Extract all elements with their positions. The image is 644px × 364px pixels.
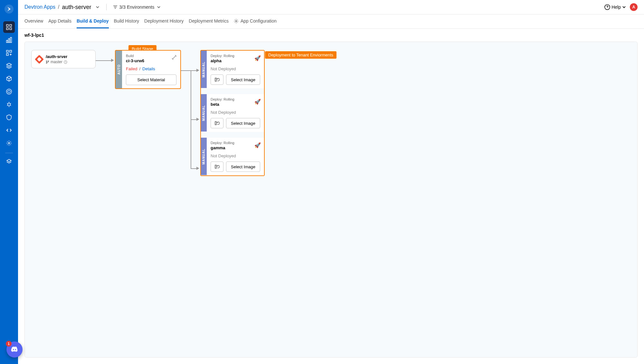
cd-pipeline-card-alpha: MANUAL 🚀 Deploy: Rolling alpha Not Deplo… bbox=[201, 51, 264, 88]
deploy-status: Not Deployed bbox=[211, 66, 260, 71]
rocket-icon: 🚀 bbox=[254, 142, 261, 148]
source-material-card[interactable]: /auth-srver master bbox=[31, 50, 96, 68]
select-image-button[interactable]: Select Image bbox=[226, 74, 260, 85]
svg-rect-6 bbox=[8, 39, 10, 43]
filter-icon bbox=[113, 5, 118, 9]
select-image-button[interactable]: Select Image bbox=[226, 118, 260, 128]
env-name-alpha: alpha bbox=[211, 58, 260, 63]
rollback-button[interactable] bbox=[211, 162, 223, 172]
cd-pipeline-card-gamma: MANUAL 🚀 Deploy: Rolling gamma Not Deplo… bbox=[201, 138, 264, 175]
tab-deployment-metrics[interactable]: Deployment Metrics bbox=[189, 15, 229, 28]
build-tool-icon bbox=[171, 54, 177, 60]
chevron-down-icon bbox=[622, 5, 626, 9]
tab-app-details[interactable]: App Details bbox=[48, 15, 71, 28]
rollback-button[interactable] bbox=[211, 118, 223, 128]
breadcrumb-root[interactable]: Devtron Apps bbox=[24, 4, 55, 10]
workflow-name: wf-3-lpc1 bbox=[18, 29, 644, 42]
nav-layers-icon[interactable] bbox=[3, 156, 15, 167]
svg-rect-1 bbox=[6, 25, 8, 26]
rollback-icon bbox=[214, 164, 220, 169]
breadcrumb-current: auth-server bbox=[62, 4, 91, 11]
svg-rect-5 bbox=[6, 40, 8, 43]
discord-fab[interactable]: 1 bbox=[6, 341, 23, 358]
svg-rect-2 bbox=[10, 25, 12, 26]
env-name-gamma: gamma bbox=[211, 145, 260, 150]
nav-applications-icon[interactable] bbox=[3, 21, 15, 33]
arrow-head-icon bbox=[196, 69, 199, 72]
nav-cube-icon[interactable] bbox=[3, 73, 15, 84]
svg-point-14 bbox=[8, 143, 10, 144]
rollback-button[interactable] bbox=[211, 74, 223, 85]
connector-line bbox=[191, 119, 197, 120]
cd-pipeline-card-beta: MANUAL 🚀 Deploy: Rolling beta Not Deploy… bbox=[201, 94, 264, 132]
ci-label: Build bbox=[126, 54, 176, 58]
ci-details-link[interactable]: Details bbox=[142, 66, 155, 71]
user-avatar[interactable]: A bbox=[630, 3, 638, 11]
git-icon bbox=[35, 54, 44, 64]
tab-overview[interactable]: Overview bbox=[24, 15, 43, 28]
connector-line bbox=[181, 70, 191, 71]
svg-rect-8 bbox=[6, 50, 8, 52]
ci-trigger-mode: AUTO bbox=[116, 51, 122, 88]
cd-trigger-mode: MANUAL bbox=[201, 51, 207, 88]
nav-bug-icon[interactable] bbox=[3, 99, 15, 110]
nav-chart-icon[interactable] bbox=[3, 34, 15, 46]
svg-point-12 bbox=[8, 90, 10, 93]
nav-settings-icon[interactable] bbox=[3, 137, 15, 149]
deploy-status: Not Deployed bbox=[211, 110, 260, 115]
svg-point-11 bbox=[6, 89, 12, 94]
svg-rect-4 bbox=[10, 28, 12, 30]
svg-rect-23 bbox=[215, 165, 216, 168]
cd-trigger-mode: MANUAL bbox=[201, 94, 207, 132]
nav-stack-icon[interactable] bbox=[3, 60, 15, 72]
help-label: Help bbox=[611, 5, 621, 10]
branch-icon bbox=[46, 60, 49, 64]
tab-app-configuration[interactable]: App Configuration bbox=[234, 15, 277, 28]
select-image-button[interactable]: Select Image bbox=[226, 162, 260, 172]
tab-build-history[interactable]: Build History bbox=[114, 15, 139, 28]
header-divider bbox=[106, 4, 107, 10]
status-separator: / bbox=[139, 66, 140, 71]
app-selector-chevron-icon[interactable] bbox=[95, 5, 100, 9]
header: Devtron Apps / auth-server 3/3 Environme… bbox=[18, 0, 644, 15]
help-icon bbox=[604, 4, 610, 10]
arrow-head-icon bbox=[111, 59, 114, 62]
source-branch: master bbox=[46, 60, 67, 64]
deploy-stage-label: Deployment to Tenant Enviorments bbox=[265, 51, 336, 59]
connector-line bbox=[191, 168, 197, 169]
deploy-status: Not Deployed bbox=[211, 153, 260, 158]
rocket-icon: 🚀 bbox=[254, 55, 261, 61]
env-name-beta: beta bbox=[211, 102, 260, 107]
nav-code-icon[interactable] bbox=[3, 124, 15, 136]
nav-add-app-icon[interactable] bbox=[3, 47, 15, 59]
connector-line bbox=[191, 70, 197, 71]
app-tabs: Overview App Details Build & Deploy Buil… bbox=[18, 15, 644, 29]
nav-shield-icon[interactable] bbox=[3, 112, 15, 123]
svg-point-16 bbox=[235, 20, 237, 22]
svg-rect-7 bbox=[10, 37, 12, 43]
svg-rect-10 bbox=[6, 54, 8, 55]
rollback-icon bbox=[214, 77, 220, 82]
svg-rect-3 bbox=[6, 28, 8, 30]
rollback-icon bbox=[214, 121, 220, 126]
svg-point-13 bbox=[8, 103, 10, 106]
sidebar-divider bbox=[5, 153, 13, 153]
gear-icon bbox=[234, 19, 239, 24]
ci-pipeline-card: AUTO Build ci-3-urw6 Failed / Details Se… bbox=[115, 50, 181, 89]
source-repo-name: /auth-srver bbox=[46, 54, 67, 59]
svg-point-17 bbox=[46, 61, 47, 62]
tab-deployment-history[interactable]: Deployment History bbox=[144, 15, 184, 28]
connector-line bbox=[96, 60, 112, 61]
tab-build-deploy[interactable]: Build & Deploy bbox=[77, 15, 109, 28]
nav-target-icon[interactable] bbox=[3, 86, 15, 97]
help-button[interactable]: Help bbox=[604, 4, 626, 10]
app-logo[interactable] bbox=[3, 3, 15, 15]
cd-pipeline-group: MANUAL 🚀 Deploy: Rolling alpha Not Deplo… bbox=[200, 50, 265, 176]
deploy-strategy-label: Deploy: Rolling bbox=[211, 97, 260, 101]
environment-filter[interactable]: 3/3 Environments bbox=[113, 5, 161, 10]
clock-icon bbox=[64, 60, 67, 64]
select-material-button[interactable]: Select Material bbox=[126, 74, 176, 85]
cd-trigger-mode: MANUAL bbox=[201, 138, 207, 175]
env-filter-text: 3/3 Environments bbox=[119, 5, 155, 10]
breadcrumb-separator: / bbox=[58, 4, 59, 10]
